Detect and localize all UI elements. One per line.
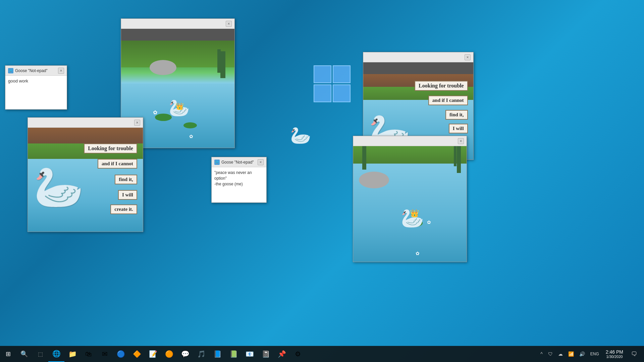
edge-taskbar-icon[interactable]: 🌐 — [48, 346, 64, 362]
mail-icon: ✉ — [102, 350, 108, 358]
taskbar-apps: ⊞ 🔍 ⬚ 🌐 📁 🛍 ✉ 🔵 🔶 📝 — [0, 346, 306, 362]
notepad2-icon: 🐦 — [214, 160, 220, 165]
edge-icon: 🌐 — [52, 350, 61, 358]
reed-rb3 — [454, 146, 457, 166]
spotify-icon: 🎵 — [197, 350, 206, 358]
water-lily-rb: ✿ — [427, 220, 431, 225]
notepad2-text: "peace was never an option" -the goose (… — [214, 170, 252, 186]
settings-taskbar-icon[interactable]: ⚙ — [290, 346, 306, 362]
notepad1-title-text: Goose "Not-epad" — [15, 68, 48, 73]
windows-tile-3 — [314, 84, 331, 102]
onedrive-tray-icon[interactable]: ☁ — [557, 350, 564, 358]
search-button[interactable]: 🔍 — [16, 346, 32, 362]
window-title-notepad2: 🐦 Goose "Not-epad" — [214, 160, 254, 165]
onenote-icon: 📓 — [262, 350, 270, 358]
notepad2-title-text: Goose "Not-epad" — [221, 160, 254, 165]
windows-tile-4 — [333, 84, 351, 102]
network-tray-icon[interactable]: 📶 — [567, 350, 575, 358]
notepad1-text: good work — [8, 78, 28, 83]
chrome-icon: 🔵 — [117, 350, 125, 358]
word-icon: 📘 — [213, 350, 222, 358]
game-left-close-button[interactable]: × — [134, 120, 140, 126]
reed-rb2 — [457, 146, 461, 173]
settings-icon: ⚙ — [295, 350, 301, 358]
water-lily-1: ✿ — [153, 109, 157, 116]
notepad1-content: good work — [5, 76, 67, 109]
text-card-3-left: find it, — [115, 175, 137, 184]
notepad2-close-button[interactable]: × — [258, 159, 264, 165]
language-indicator[interactable]: ENG — [589, 350, 600, 358]
notification-button[interactable]: 🗨 — [629, 349, 640, 359]
game-right-bottom-close-button[interactable]: × — [458, 138, 464, 144]
notepad-taskbar-icon[interactable]: 📝 — [145, 346, 161, 362]
explorer-taskbar-icon[interactable]: 📁 — [64, 346, 80, 362]
text-card-4-left: I will — [118, 190, 137, 200]
game-right-top-close-button[interactable]: × — [465, 54, 471, 60]
discord-icon: 💬 — [181, 350, 190, 358]
start-button[interactable]: ⊞ — [0, 346, 16, 362]
windows-tile-1 — [314, 65, 331, 83]
onenote-taskbar-icon[interactable]: 📓 — [258, 346, 274, 362]
explorer-icon: 📁 — [68, 350, 77, 358]
window-title-notepad1: 🐦 Goose "Not-epad" — [8, 68, 48, 73]
notepad1-icon: 🐦 — [8, 68, 13, 73]
text-card-1-left: Looking for trouble — [84, 143, 137, 154]
reed2 — [217, 49, 221, 73]
notepad-icon: 📝 — [149, 350, 157, 358]
rock-rb — [359, 172, 389, 188]
titlebar-notepad2: 🐦 Goose "Not-epad" × — [212, 157, 266, 167]
store-icon: 🛍 — [85, 350, 92, 358]
excel-taskbar-icon[interactable]: 📗 — [225, 346, 241, 362]
sticky-icon: 📌 — [278, 350, 286, 358]
text-card-3-right: find it, — [445, 110, 468, 120]
desktop-goose: 🦢 — [290, 126, 311, 145]
titlebar-game-right-bottom: × — [353, 136, 467, 146]
text-card-2-right: and if I cannot — [428, 96, 468, 105]
game-top-close-button[interactable]: × — [226, 21, 232, 27]
game-dark-strip-top — [121, 29, 234, 41]
text-card-4-right: I will — [449, 124, 468, 133]
notepad-window-2: 🐦 Goose "Not-epad" × "peace was never an… — [211, 157, 267, 203]
windows-logo — [314, 65, 354, 146]
text-card-2-left: and if I cannot — [98, 159, 137, 169]
orange-icon: 🟠 — [165, 350, 173, 358]
reed-rb1 — [362, 146, 366, 170]
word-taskbar-icon[interactable]: 📘 — [209, 346, 225, 362]
discord-taskbar-icon[interactable]: 💬 — [177, 346, 193, 362]
text-card-1-right: Looking for trouble — [415, 81, 468, 91]
store-taskbar-icon[interactable]: 🛍 — [80, 346, 97, 362]
titlebar-game-left: × — [28, 118, 143, 128]
search-taskbar-icon: 🔍 — [20, 350, 28, 358]
mail-taskbar-icon[interactable]: ✉ — [97, 346, 113, 362]
notepad1-close-button[interactable]: × — [58, 68, 64, 74]
clock-date: 1/30/2020 — [606, 355, 623, 359]
orange-taskbar-icon[interactable]: 🟠 — [161, 346, 177, 362]
ccleaner-taskbar-icon[interactable]: 🔶 — [129, 346, 145, 362]
sticky-taskbar-icon[interactable]: 📌 — [274, 346, 290, 362]
game-canvas-right-bottom: ✿ ✿ 🦢 👑 — [353, 146, 467, 262]
text-card-5-left: create it. — [110, 204, 137, 214]
volume-tray-icon[interactable]: 🔊 — [578, 350, 586, 358]
titlebar-notepad1: 🐦 Goose "Not-epad" × — [5, 66, 67, 76]
spotify-taskbar-icon[interactable]: 🎵 — [193, 346, 209, 362]
titlebar-game-top: × — [121, 19, 234, 29]
notepad2-content: "peace was never an option" -the goose (… — [212, 167, 266, 202]
show-hidden-icons-button[interactable]: ^ — [539, 350, 544, 358]
windows-tile-2 — [333, 65, 351, 83]
crown-top: 👑 — [175, 102, 184, 110]
taskbar: ⊞ 🔍 ⬚ 🌐 📁 🛍 ✉ 🔵 🔶 📝 — [0, 346, 644, 362]
antivirus-tray-icon[interactable]: 🛡 — [547, 350, 554, 358]
game-canvas-left: 🦢 Looking for trouble and if I cannot fi… — [28, 128, 143, 232]
clock[interactable]: 2:46 PM 1/30/2020 — [603, 348, 626, 360]
start-icon: ⊞ — [6, 350, 11, 358]
excel-icon: 📗 — [229, 350, 238, 358]
chrome-taskbar-icon[interactable]: 🔵 — [113, 346, 129, 362]
ccleaner-icon: 🔶 — [133, 350, 141, 358]
system-tray: ^ 🛡 ☁ 📶 🔊 ENG 2:46 PM 1/30/2020 🗨 — [539, 346, 644, 362]
outlook-taskbar-icon[interactable]: 📧 — [241, 346, 258, 362]
task-view-button[interactable]: ⬚ — [32, 346, 48, 362]
water-lily-rb2: ✿ — [416, 251, 420, 256]
titlebar-game-right-top: × — [363, 52, 473, 62]
goose-game-window-left: × 🦢 Looking for trouble and if I cannot … — [28, 117, 143, 232]
rock1 — [150, 60, 176, 75]
